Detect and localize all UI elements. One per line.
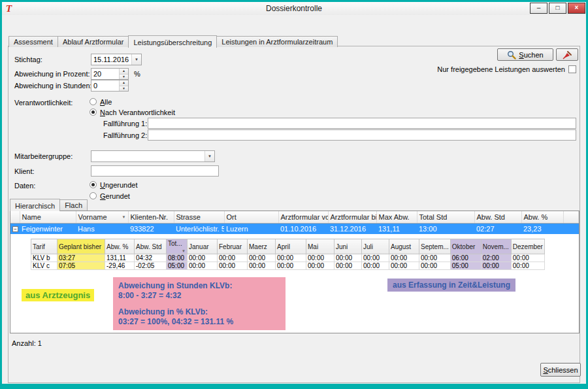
sub-cell[interactable]: -29,46 (105, 262, 135, 270)
chevron-down-icon[interactable]: ▼ (131, 54, 141, 65)
subcol-dezember[interactable]: Dezember (511, 239, 544, 254)
sub-cell[interactable]: 06:00 (450, 254, 481, 262)
sub-cell[interactable]: 00:00 (188, 254, 218, 262)
radio-nach-verantwortlichkeit[interactable] (90, 109, 97, 116)
sub-cell[interactable]: 00:00 (362, 262, 389, 270)
tab-flach[interactable]: Flach (59, 199, 88, 211)
title-bar[interactable]: Ƭ Dossierkontrolle – □ × (2, 2, 586, 15)
sub-cell[interactable]: 00:00 (419, 262, 451, 270)
subcol-november[interactable]: Novem... (481, 239, 511, 254)
cell-strasse[interactable]: Unterlöchlistr. 5 (174, 223, 224, 234)
sub-cell[interactable]: -02:05 (135, 262, 167, 270)
sub-cell[interactable]: 04:32 (135, 254, 167, 262)
sub-cell[interactable]: 00:00 (188, 262, 218, 270)
abweichung-prozent-stepper[interactable]: 20 ▲ ▼ (91, 68, 129, 80)
col-strasse[interactable]: Strasse (174, 211, 224, 223)
radio-alle-label[interactable]: Alle (100, 98, 112, 106)
col-abw-std[interactable]: Abw. Std (474, 211, 521, 223)
sub-cell[interactable]: 00:00 (276, 254, 306, 262)
subcol-juli[interactable]: Juli (362, 239, 389, 254)
fallfuehrung1-field[interactable] (148, 118, 576, 129)
sub-cell[interactable]: 00:00 (511, 262, 544, 270)
sub-cell[interactable]: 00:00 (511, 254, 544, 262)
col-max-abw[interactable]: Max Abw. (376, 211, 417, 223)
cell-klienten-nr[interactable]: 933822 (128, 223, 174, 234)
cell-abw-prozent[interactable]: 23,23 (521, 223, 563, 234)
subcol-geplant-bisher[interactable]: Geplant bisher (57, 239, 105, 254)
suchen-button[interactable]: Suchen (497, 48, 553, 61)
sub-cell[interactable]: 00:00 (335, 262, 362, 270)
sub-cell[interactable]: KLV b (31, 254, 57, 262)
sub-cell[interactable]: 00:00 (419, 254, 451, 262)
sub-cell[interactable]: 00:00 (248, 254, 276, 262)
abweichung-stunden-stepper[interactable]: 0 ▲ ▼ (91, 80, 129, 92)
radio-ungerundet-label[interactable]: Ungerundet (100, 181, 138, 189)
subcol-juni[interactable]: Juni (335, 239, 362, 254)
sub-cell[interactable]: 05:00 (450, 262, 481, 270)
close-button[interactable]: × (568, 3, 585, 14)
maximize-button[interactable]: □ (549, 3, 566, 14)
sub-cell[interactable]: 03:27 (57, 254, 105, 262)
subcol-februar[interactable]: Februar (218, 239, 248, 254)
col-abw-prozent[interactable]: Abw. % (521, 211, 563, 223)
subcol-januar[interactable]: Januar (188, 239, 218, 254)
col-name[interactable]: Name (20, 211, 76, 223)
subcol-oktober[interactable]: Oktober (450, 239, 481, 254)
chevron-down-icon[interactable]: ▼ (204, 151, 214, 161)
collapse-icon[interactable]: − (12, 226, 18, 232)
subcol-tarif[interactable]: Tarif (31, 239, 57, 254)
col-arztformular-von[interactable]: Arztformular von (278, 211, 328, 223)
sub-cell[interactable]: 131,11 (105, 254, 135, 262)
cell-arztformular-von[interactable]: 01.10.2016 (278, 223, 328, 234)
spin-down-icon[interactable]: ▼ (120, 86, 128, 92)
spin-down-icon[interactable]: ▼ (120, 74, 128, 80)
subcol-total[interactable]: Tot... ▼ (167, 239, 188, 254)
radio-nach-label[interactable]: Nach Verantwortlichkeit (100, 109, 175, 116)
cell-max-abw[interactable]: 131,11 (376, 223, 417, 234)
sub-cell[interactable]: 00:00 (306, 262, 335, 270)
radio-gerundet-label[interactable]: Gerundet (100, 192, 130, 200)
sub-cell[interactable]: 00:00 (218, 254, 248, 262)
detail-row-klvc[interactable]: KLV c 07:05 -29,46 -02:05 05:00 00:00 00… (31, 262, 545, 270)
cell-ort[interactable]: Luzern (224, 223, 278, 234)
sub-cell[interactable]: 00:00 (218, 262, 248, 270)
radio-alle[interactable] (90, 98, 97, 105)
clear-filter-button[interactable] (556, 48, 578, 61)
cell-vorname[interactable]: Hans (76, 223, 128, 234)
tab-leistungen-arztformularzeitraum[interactable]: Leistungen in Arztformularzeitraum (216, 36, 338, 47)
filter-checkbox[interactable] (568, 65, 576, 73)
col-ort[interactable]: Ort (224, 211, 278, 223)
sub-cell[interactable]: 00:00 (389, 254, 419, 262)
cell-arztformular-bis[interactable]: 31.12.2016 (328, 223, 376, 234)
sub-cell[interactable]: 00:00 (276, 262, 306, 270)
stichtag-combobox[interactable]: 15.11.2016 ▼ (91, 54, 142, 65)
subcol-mai[interactable]: Mai (306, 239, 335, 254)
klient-field[interactable] (91, 165, 219, 177)
radio-ungerundet[interactable] (90, 181, 97, 188)
sub-cell[interactable]: 00:00 (362, 254, 389, 262)
sub-cell[interactable]: KLV c (31, 262, 57, 270)
subcol-september[interactable]: Septem... (419, 239, 451, 254)
sub-cell[interactable]: 08:00 (167, 254, 188, 262)
table-row[interactable]: − Feigenwinter Hans 933822 Unterlöchlist… (10, 223, 579, 234)
mitarbeitergruppe-combobox[interactable]: ▼ (91, 150, 215, 162)
radio-gerundet[interactable] (90, 192, 97, 199)
col-total-std[interactable]: Total Std (417, 211, 474, 223)
cell-name[interactable]: Feigenwinter (20, 223, 76, 234)
spin-up-icon[interactable]: ▲ (120, 80, 128, 86)
col-vorname[interactable]: Vorname ▼ (76, 211, 128, 223)
subcol-abw-std[interactable]: Abw. Std (135, 239, 167, 254)
sub-cell[interactable]: 00:00 (481, 262, 511, 270)
sub-cell[interactable]: 07:05 (57, 262, 105, 270)
sub-cell[interactable]: 00:00 (248, 262, 276, 270)
subcol-april[interactable]: April (276, 239, 306, 254)
sub-cell[interactable]: 00:00 (335, 254, 362, 262)
subcol-maerz[interactable]: Maerz (248, 239, 276, 254)
sub-cell[interactable]: 05:00 (167, 262, 188, 270)
col-klienten-nr[interactable]: Klienten-Nr. (128, 211, 174, 223)
tab-hierarchisch[interactable]: Hierarchisch (10, 199, 60, 211)
schliessen-button[interactable]: Schliessen (540, 363, 581, 377)
tab-leistungsueberschreitung[interactable]: Leistungsüberschreitung (128, 35, 217, 48)
cell-total-std[interactable]: 13:00 (417, 223, 474, 234)
sub-cell[interactable]: 02:00 (481, 254, 511, 262)
